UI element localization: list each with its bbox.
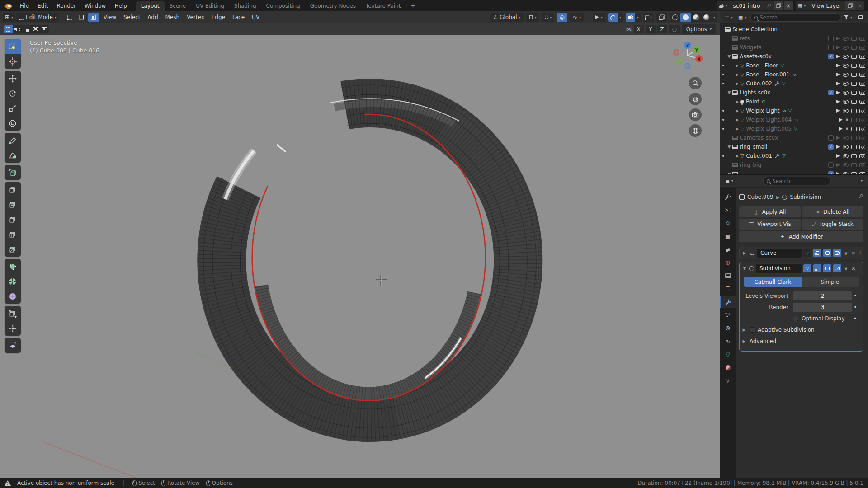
new-view-layer-button[interactable] — [845, 1, 855, 10]
chevron-right-icon[interactable]: ▶ — [735, 154, 740, 158]
properties-editor-type-button[interactable]: ≡▾ — [723, 177, 736, 185]
new-collection-button[interactable] — [856, 13, 865, 22]
catmull-clark-button[interactable]: Catmull-Clark — [744, 277, 802, 287]
viewport-display-toggle[interactable] — [823, 264, 831, 272]
tool-add-cube[interactable] — [5, 165, 21, 180]
tab-physics[interactable]: ⊚ — [720, 322, 736, 334]
outliner-row-welpix-light[interactable]: ▶ ▽Welpix-Light ↝ ▽ — [720, 106, 868, 115]
render-disable-icon[interactable] — [859, 55, 865, 59]
selectable-icon[interactable] — [836, 55, 840, 58]
optimal-display-checkbox[interactable] — [793, 316, 798, 321]
tool-scale[interactable] — [5, 101, 21, 116]
shading-solid-button[interactable] — [680, 13, 691, 22]
proportional-falloff-dropdown[interactable]: ∿▾ — [570, 13, 584, 22]
hide-icon[interactable] — [843, 64, 849, 68]
render-display-toggle[interactable] — [833, 264, 841, 272]
render-field[interactable]: 3 — [793, 303, 852, 312]
mirror-y-button[interactable]: Y — [646, 25, 656, 33]
menu-uv[interactable]: UV — [248, 13, 263, 22]
show-gizmo-toggle[interactable] — [608, 13, 618, 22]
render-disable-icon[interactable] — [859, 37, 865, 41]
gizmo-z-neg-axis[interactable] — [685, 63, 690, 69]
render-disable-icon[interactable] — [859, 64, 865, 68]
tab-modifiers[interactable] — [720, 296, 736, 308]
outliner-row-cameras-collection[interactable]: Cameras-sc0x — [720, 133, 868, 142]
navigation-gizmo[interactable]: Z Y X — [671, 39, 704, 72]
workspace-tab-texture-paint[interactable]: Texture Paint — [361, 1, 406, 11]
render-disable-icon[interactable] — [859, 154, 865, 158]
tab-output[interactable]: ⎙ — [720, 217, 736, 229]
tool-move[interactable] — [5, 71, 21, 86]
render-disable-icon[interactable] — [859, 109, 865, 113]
selectable-icon[interactable] — [836, 37, 840, 40]
camera-view-button[interactable] — [689, 108, 702, 121]
workspace-tab-shading[interactable]: Shading — [229, 1, 261, 11]
outliner-row-lights-collection[interactable]: ▼ Lights-sc0x ✓ — [720, 88, 868, 97]
cage-display-toggle[interactable] — [813, 249, 821, 257]
menu-select[interactable]: Select — [120, 13, 144, 22]
workspace-tab-layout[interactable]: Layout — [136, 1, 165, 11]
outliner-filter-button[interactable]: ▾ — [842, 13, 854, 22]
selectable-icon[interactable] — [836, 64, 840, 67]
outliner-editor-type-button[interactable]: ≡▾ — [723, 13, 735, 22]
render-disable-icon[interactable] — [859, 145, 865, 149]
modifier-extras-dropdown[interactable]: ∨ — [843, 250, 849, 256]
collection-checkbox[interactable]: ✓ — [828, 54, 834, 59]
gizmo-y-neg-axis[interactable] — [676, 59, 681, 64]
add-modifier-button[interactable]: ＋Add Modifier — [739, 231, 863, 242]
chevron-right-icon[interactable]: ▶ — [735, 99, 740, 104]
selectable-icon[interactable] — [836, 154, 840, 158]
tool-box-select[interactable] — [5, 39, 21, 54]
viewport-disable-icon[interactable] — [851, 55, 857, 59]
remove-modifier-button[interactable]: ✕ — [850, 250, 856, 256]
mesh-edit-overlay-dropdown[interactable]: ▾ — [643, 13, 654, 22]
selectable-icon[interactable] — [836, 91, 840, 94]
collection-checkbox[interactable] — [828, 36, 834, 41]
tool-rotate[interactable] — [5, 86, 21, 101]
outliner-row-cube-002[interactable]: ▶ ▽Cube.002 ▽ — [720, 79, 868, 88]
render-disable-icon[interactable] — [859, 73, 865, 77]
outliner-display-mode-button[interactable]: ▦▾ — [736, 13, 748, 22]
menu-add[interactable]: Add — [144, 13, 161, 22]
chevron-right-icon[interactable]: ▶ — [735, 127, 740, 131]
remove-view-layer-button[interactable]: × — [855, 1, 864, 10]
adaptive-subdivision-row[interactable]: ▶ Adaptive Subdivision — [741, 325, 861, 335]
snap-toggle-button[interactable]: Ω▾ — [526, 13, 539, 22]
tool-annotate[interactable] — [5, 133, 21, 148]
outliner-row-widgets[interactable]: Widgets — [720, 43, 868, 52]
transform-orientation-dropdown[interactable]: ∠Global▾ — [490, 13, 523, 22]
gizmo-x-neg-axis[interactable] — [674, 50, 679, 55]
adaptive-subdivision-checkbox[interactable] — [750, 327, 755, 333]
viewport-disable-icon[interactable] — [851, 100, 857, 104]
viewport-disable-icon[interactable] — [851, 109, 857, 113]
unlink-scene-button[interactable]: × — [783, 1, 793, 10]
properties-options-dropdown[interactable]: ▾ — [858, 177, 865, 185]
zoom-view-button[interactable] — [689, 77, 702, 89]
viewport-disable-icon[interactable] — [851, 64, 857, 68]
outliner-row-cube-001[interactable]: ▶ ▽Cube.001 ▽ — [720, 151, 868, 160]
tool-transform[interactable] — [5, 116, 21, 131]
chevron-right-icon[interactable]: ▶ — [742, 251, 747, 255]
pan-view-button[interactable] — [689, 93, 702, 105]
render-disable-icon[interactable] — [859, 82, 865, 86]
outliner-row-ring-big-collection[interactable]: ring_big — [720, 160, 868, 169]
tool-measure[interactable] — [5, 148, 21, 163]
menu-file[interactable]: File — [16, 1, 33, 10]
show-overlays-toggle[interactable] — [626, 13, 635, 22]
tool-inset-faces[interactable] — [5, 197, 21, 212]
viewport-disable-icon[interactable] — [851, 127, 857, 131]
selectable-icon[interactable] — [836, 136, 840, 140]
modifier-curve-row[interactable]: ▶ Curve ▽ ∨ ✕ ⠿ — [739, 247, 863, 259]
render-disable-icon[interactable] — [859, 91, 865, 95]
selectable-icon[interactable] — [836, 100, 840, 103]
select-mode-intersect-button[interactable] — [40, 25, 49, 33]
tab-object-data[interactable]: ▽ — [720, 348, 736, 360]
outliner-row-base-floor-001[interactable]: ▶ ▽Base - Floor.001 ↝ — [720, 70, 868, 79]
hide-icon[interactable] — [843, 136, 849, 140]
mirror-x-button[interactable]: X — [634, 25, 644, 33]
properties-search[interactable] — [763, 177, 831, 185]
chevron-down-icon[interactable]: ▼ — [726, 145, 732, 149]
gizmo-settings-dropdown[interactable]: ▾ — [618, 13, 623, 22]
menu-edge[interactable]: Edge — [208, 13, 229, 22]
viewport-disable-icon[interactable] — [851, 118, 857, 122]
